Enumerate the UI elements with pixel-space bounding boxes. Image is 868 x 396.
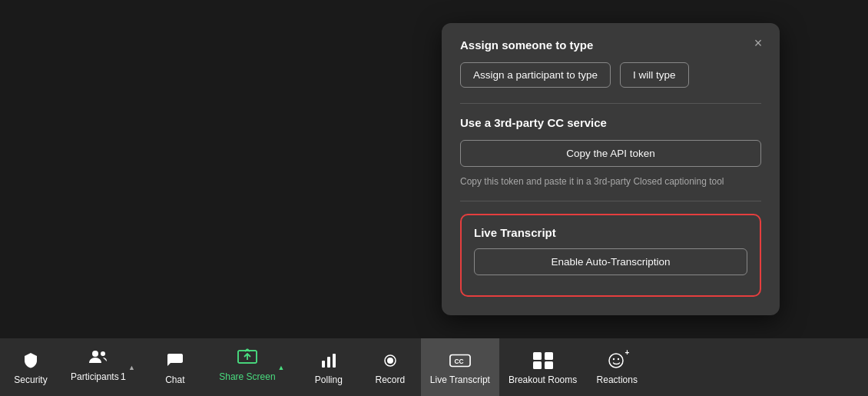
live-transcript-section: Live Transcript Enable Auto-Transcriptio… — [460, 214, 761, 297]
record-icon — [379, 350, 401, 371]
chat-label: Chat — [165, 374, 184, 385]
breakout-icon — [532, 350, 554, 371]
cc-icon: CC — [449, 350, 471, 371]
shield-icon — [20, 350, 41, 371]
svg-point-15 — [609, 354, 623, 368]
section2-title: Use a 3rd-party CC service — [460, 116, 761, 129]
divider2 — [460, 201, 761, 201]
poll-icon — [318, 350, 340, 371]
emoji-icon: + — [606, 350, 628, 371]
toolbar-item-chat[interactable]: Chat — [144, 338, 206, 396]
security-label: Security — [14, 374, 47, 385]
svg-rect-13 — [533, 361, 542, 369]
toolbar-item-reactions[interactable]: + Reactions — [586, 338, 648, 396]
toolbar-item-polling[interactable]: Polling — [298, 338, 359, 396]
polling-label: Polling — [315, 374, 343, 385]
toolbar-item-security[interactable]: Security — [0, 338, 61, 396]
section1-buttons: Assign a participant to type I will type — [460, 62, 761, 88]
toolbar: Security Participants 1 ▲ — [0, 338, 868, 396]
svg-point-8 — [387, 358, 393, 364]
svg-rect-6 — [333, 354, 336, 368]
record-label: Record — [376, 374, 406, 385]
svg-point-0 — [92, 351, 98, 357]
participants-label: Participants — [71, 371, 119, 382]
toolbar-item-share-screen[interactable]: Share Screen ▲ — [206, 338, 298, 396]
share-screen-chevron: ▲ — [278, 364, 285, 371]
section3-title: Live Transcript — [474, 226, 747, 239]
i-will-type-button[interactable]: I will type — [620, 62, 689, 88]
popup-close-button[interactable]: × — [749, 34, 767, 52]
svg-rect-5 — [327, 357, 330, 368]
api-token-hint: Copy this token and paste it in a 3rd-pa… — [460, 175, 761, 188]
share-screen-icon — [237, 347, 258, 368]
svg-rect-12 — [545, 352, 553, 360]
divider1 — [460, 103, 761, 104]
copy-api-token-button[interactable]: Copy the API token — [460, 140, 761, 167]
participants-chevron: ▲ — [128, 364, 135, 371]
toolbar-item-breakout-rooms[interactable]: Breakout Rooms — [499, 338, 586, 396]
assign-participant-button[interactable]: Assign a participant to type — [460, 62, 611, 88]
svg-rect-11 — [533, 352, 542, 360]
live-transcript-popup: × Assign someone to type Assign a partic… — [442, 23, 780, 315]
breakout-rooms-label: Breakout Rooms — [509, 374, 577, 385]
enable-auto-transcription-button[interactable]: Enable Auto-Transcription — [474, 248, 747, 275]
svg-rect-14 — [545, 361, 553, 369]
participants-badge: 1 — [121, 371, 126, 382]
section1-title: Assign someone to type — [460, 38, 761, 52]
toolbar-item-record[interactable]: Record — [359, 338, 421, 396]
people-icon — [88, 346, 109, 368]
chat-icon — [164, 350, 186, 371]
svg-point-17 — [618, 358, 619, 359]
toolbar-item-participants[interactable]: Participants 1 ▲ — [61, 338, 144, 396]
svg-point-16 — [613, 358, 615, 359]
svg-point-1 — [101, 351, 105, 356]
reactions-label: Reactions — [597, 374, 638, 385]
svg-text:CC: CC — [454, 357, 463, 364]
share-screen-label: Share Screen — [219, 371, 275, 382]
svg-rect-4 — [322, 361, 325, 368]
toolbar-item-live-transcript[interactable]: CC Live Transcript — [421, 338, 499, 396]
live-transcript-label: Live Transcript — [430, 374, 490, 385]
reactions-plus-icon: + — [624, 348, 629, 357]
